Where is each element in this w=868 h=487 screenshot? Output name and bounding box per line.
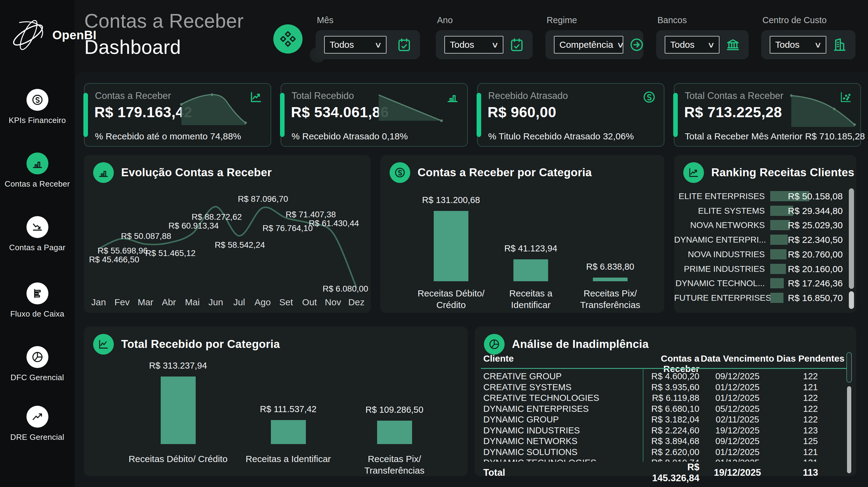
ranking-row-dynamic-enterpri[interactable]: DYNAMIC ENTERPRI...R$ 22.340,50 — [674, 233, 857, 247]
table-row[interactable]: DYNAMIC SOLUTIONSR$ 2.620,0001/12/202512… — [483, 447, 848, 458]
table-row[interactable]: CREATIVE GROUPR$ 4.600,2009/12/2025122 — [483, 371, 848, 382]
table-row[interactable]: DYNAMIC INDUSTRIESR$ 2.224,6019/12/20251… — [483, 425, 848, 436]
table-total-cell: 19/12/2025 — [700, 467, 775, 478]
table-scrollbar-thumb[interactable] — [846, 352, 852, 383]
table-row[interactable]: DYNAMIC GROUPR$ 3.182,0402/11/2025122 — [483, 414, 848, 425]
table-cell: R$ 4.600,20 — [645, 371, 700, 382]
table-total-cell: Total — [483, 467, 645, 478]
table-cell: 122 — [775, 415, 845, 425]
kpi-accent-bar — [476, 93, 481, 137]
table-row[interactable]: DYNAMIC NETWORKSR$ 3.894,6809/12/2025125 — [483, 436, 848, 447]
filter-value: Todos — [450, 39, 474, 50]
ranking-client-name: DYNAMIC ENTERPRI... — [674, 233, 765, 247]
table-body: CREATIVE GROUPR$ 4.600,2009/12/2025122CR… — [483, 371, 848, 463]
kpi-value: R$ 179.163,42 — [94, 104, 192, 121]
bar-receitas-pix-transferencias[interactable] — [593, 278, 627, 281]
ranking-scrollbar-thumb[interactable] — [849, 188, 854, 289]
bar-chart-icon — [93, 162, 114, 183]
x-axis-label: Jan — [91, 297, 106, 307]
table-row[interactable]: CREATIVE TECHNOLOGIESR$ 6.119,8801/12/20… — [483, 393, 848, 404]
line-chart-icon — [93, 334, 114, 355]
line-data-label: R$ 60.913,34 — [168, 221, 219, 231]
panel-evolucao-header: Evolução Contas a Receber — [93, 162, 272, 183]
line-data-label: R$ 6.080,00 — [322, 284, 368, 294]
sidebar-item-dfc-gerencial[interactable]: DFC Gerencial — [0, 346, 74, 382]
table-row[interactable]: CREATIVE SYSTEMSR$ 3.935,6001/12/2025121 — [483, 382, 848, 393]
filter-value: Todos — [330, 39, 354, 50]
bar-receitas-pix-transferencias[interactable] — [377, 421, 412, 445]
panel-inadimplencia: Análise de Inadimplência ClienteContas a… — [475, 327, 857, 476]
line-data-label: R$ 51.465,12 — [145, 248, 195, 258]
table-cell: R$ 3.182,04 — [645, 415, 700, 425]
openbi-orbit-icon — [8, 17, 49, 54]
rows-icon — [27, 282, 49, 304]
panel-evolucao: Evolução Contas a Receber R$ 45.466,50R$… — [84, 155, 371, 313]
filter-select-mes[interactable]: Todos∨ — [324, 36, 386, 54]
bar-receitas-debito-credito[interactable] — [161, 376, 196, 444]
bar-receitas-debito-credito[interactable] — [434, 211, 468, 281]
quick-actions-button[interactable] — [273, 24, 303, 54]
line-data-label: R$ 71.407,38 — [285, 210, 336, 219]
panel-total-title: Total Recebido por Categoria — [121, 338, 280, 351]
bar-receitas-a-identificar[interactable] — [271, 420, 306, 444]
chevron-down-icon: ∨ — [616, 40, 624, 50]
x-axis-label: Dez — [348, 297, 364, 307]
filter-select-bancos[interactable]: Todos∨ — [665, 36, 719, 54]
x-axis-label: Abr — [162, 297, 176, 307]
table-row[interactable]: DYNAMIC ENTERPRISESR$ 6.680,1005/12/2025… — [483, 404, 848, 415]
sidebar-item-contas-a-pagar[interactable]: Contas a Pagar — [0, 216, 74, 252]
ranking-value: R$ 20.760,00 — [770, 247, 843, 262]
table-cell: 01/12/2025 — [700, 447, 775, 457]
ranking-row-dynamic-technol[interactable]: DYNAMIC TECHNOL...R$ 17.246,36 — [674, 276, 857, 291]
bar-receitas-a-identificar[interactable] — [514, 259, 548, 281]
sidebar-item-contas-a-receber[interactable]: Contas a Receber — [0, 152, 74, 189]
kpi-card-recebido-atrasado[interactable]: Recebido AtrasadoR$ 960,00% Titulo Receb… — [477, 83, 664, 147]
ranking-row-future-enterprises[interactable]: FUTURE ENTERPRISESR$ 16.850,70 — [674, 291, 857, 305]
table-total-cell: 113 — [775, 467, 845, 478]
ranking-row-nova-industries[interactable]: NOVA INDUSTRIESR$ 20.760,00 — [674, 247, 857, 262]
sidebar-item-dre-gerencial[interactable]: DRE Gerencial — [0, 406, 74, 442]
panel-ranking-title: Ranking Receitas Clientes — [711, 166, 854, 179]
ranking-client-name: DYNAMIC TECHNOL... — [674, 276, 765, 291]
table-scrollbar-track[interactable] — [847, 386, 851, 473]
table-cell: R$ 2.224,60 — [645, 426, 700, 435]
ranking-row-elite-systems[interactable]: ELITE SYSTEMSR$ 29.344,80 — [674, 204, 857, 218]
ranking-row-prime-industries[interactable]: PRIME INDUSTRIESR$ 20.160,00 — [674, 262, 857, 276]
ranking-client-name: ELITE SYSTEMS — [674, 204, 765, 218]
kpi-subtitle: % Titulo Recebido Atrasado 32,06% — [488, 131, 634, 142]
kpi-card-total-contas-a-receber[interactable]: Total Contas a ReceberR$ 713.225,28Total… — [674, 83, 861, 147]
coin-icon — [390, 162, 410, 183]
table-cell: DYNAMIC NETWORKS — [483, 436, 645, 446]
bar-value-label: R$ 131.200,68 — [405, 195, 497, 205]
ranking-scrollbar-segment[interactable] — [849, 291, 854, 309]
bar-category-label: Receitas Débito/ Crédito — [108, 453, 248, 465]
kpi-accent-bar — [673, 93, 678, 137]
chevron-down-icon: ∨ — [707, 40, 715, 50]
panel-inadimplencia-title: Análise de Inadimplência — [512, 338, 649, 351]
line-data-label: R$ 88.272,62 — [191, 212, 242, 221]
line-chart-icon — [249, 90, 262, 104]
panel-total-recebido: Total Recebido por Categoria R$ 313.237,… — [84, 327, 468, 476]
kpi-subtitle: % Recebido Atrasado 0,18% — [291, 131, 408, 142]
sidebar-item-fluxo-de-caixa[interactable]: Fluxo de Caixa — [0, 282, 74, 319]
kpi-card-contas-a-receber[interactable]: Contas a ReceberR$ 179.163,42% Recebido … — [84, 83, 271, 147]
ranking-value: R$ 50.158,08 — [770, 189, 843, 203]
filter-label: Mês — [317, 15, 420, 25]
ranking-client-name: NOVA NETWORKS — [674, 218, 765, 232]
line-data-label: R$ 55.698,96 — [97, 246, 148, 255]
panel-total-header: Total Recebido por Categoria — [93, 334, 280, 355]
filter-select-ano[interactable]: Todos∨ — [444, 36, 503, 54]
filter-select-regime[interactable]: Competência∨ — [554, 36, 623, 54]
filter-select-centro-de-custo[interactable]: Todos∨ — [770, 36, 826, 54]
kpi-card-total-recebido[interactable]: Total RecebidoR$ 534.061,86% Recebido At… — [281, 83, 468, 147]
sidebar-item-kpis-financeiro[interactable]: KPIs Financeiro — [0, 89, 74, 125]
x-axis-label: Mai — [185, 297, 200, 307]
page-title: Contas a Receber Dashboard — [84, 8, 244, 60]
panel-evolucao-title: Evolução Contas a Receber — [121, 166, 272, 179]
table-cell: CREATIVE TECHNOLOGIES — [483, 393, 645, 403]
ranking-value: R$ 20.160,00 — [770, 262, 843, 276]
bar-value-label: R$ 41.123,94 — [485, 243, 577, 253]
ranking-row-nova-networks[interactable]: NOVA NETWORKSR$ 25.029,30 — [674, 218, 857, 232]
filter-label: Bancos — [657, 15, 749, 25]
ranking-row-elite-enterprises[interactable]: ELITE ENTERPRISESR$ 50.158,08 — [674, 189, 857, 203]
